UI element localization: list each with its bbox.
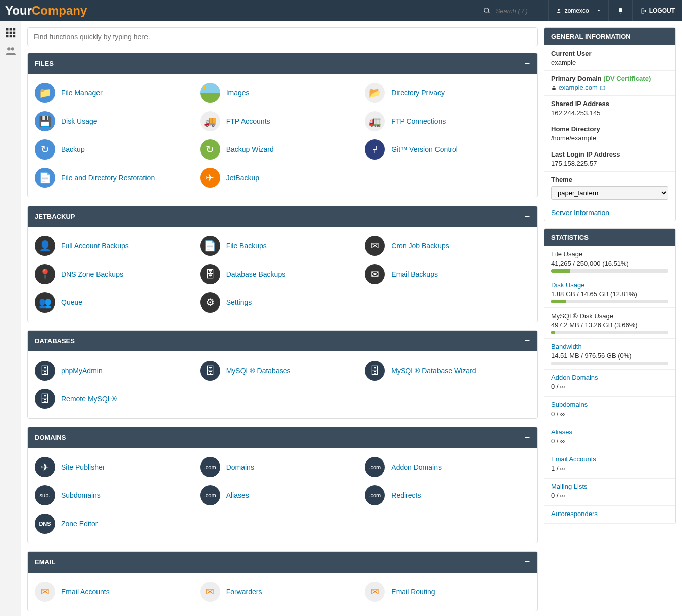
stat-value: 1 / ∞ — [551, 465, 668, 472]
stat-label[interactable]: Email Accounts — [551, 455, 668, 463]
item-file-backups[interactable]: 📄File Backups — [200, 232, 365, 260]
item-zone-editor[interactable]: DNSZone Editor — [35, 509, 200, 538]
stat-block: Bandwidth14.51 MB / 976.56 GB (0%) — [544, 339, 675, 370]
item-full-account-backups[interactable]: 👤Full Account Backups — [35, 232, 200, 260]
user-icon — [556, 8, 562, 14]
quick-find-input[interactable] — [27, 27, 538, 46]
item-aliases[interactable]: .comAliases — [200, 481, 365, 509]
item-mysql-databases[interactable]: 🗄MySQL® Databases — [200, 356, 365, 385]
item-mysql-wizard[interactable]: 🗄MySQL® Database Wizard — [365, 356, 530, 385]
collapse-icon[interactable]: − — [524, 557, 530, 568]
progress-bar — [551, 331, 668, 334]
server-info-link[interactable]: Server Information — [551, 209, 609, 217]
bell-icon — [617, 7, 624, 15]
item-site-publisher[interactable]: ✈Site Publisher — [35, 453, 200, 481]
progress-bar — [551, 300, 668, 303]
stat-label[interactable]: Disk Usage — [551, 281, 668, 289]
primary-domain-value[interactable]: example.com — [551, 84, 668, 91]
home-dir-label: Home Directory — [551, 125, 668, 133]
stat-label[interactable]: Aliases — [551, 428, 668, 436]
svg-point-12 — [7, 47, 10, 50]
right-sidebar: GENERAL INFORMATION Current User example… — [544, 27, 676, 611]
item-dns-zone-backups[interactable]: 📍DNS Zone Backups — [35, 260, 200, 288]
item-domains[interactable]: .comDomains — [200, 453, 365, 481]
item-addon-domains[interactable]: .comAddon Domains — [365, 453, 530, 481]
item-subdomains[interactable]: sub.Subdomains — [35, 481, 200, 509]
panel-head-jetbackup[interactable]: JETBACKUP − — [28, 206, 537, 227]
item-email-backups[interactable]: ✉Email Backups — [365, 260, 530, 288]
stat-label[interactable]: Autoresponders — [551, 510, 668, 518]
item-phpmyadmin[interactable]: 🗄phpMyAdmin — [35, 356, 200, 385]
stat-value: 0 / ∞ — [551, 437, 668, 445]
item-images[interactable]: Images — [200, 79, 365, 107]
stat-label[interactable]: Addon Domains — [551, 374, 668, 381]
item-cron-job-backups[interactable]: ✉Cron Job Backups — [365, 232, 530, 260]
item-disk-usage[interactable]: 💾Disk Usage — [35, 107, 200, 135]
svg-point-13 — [11, 47, 14, 50]
notifications-button[interactable] — [608, 0, 632, 21]
panel-jetbackup: JETBACKUP − 👤Full Account Backups 📄File … — [27, 206, 538, 322]
panel-head-databases[interactable]: DATABASES − — [28, 331, 537, 351]
search-icon — [483, 7, 491, 14]
logout-button[interactable]: LOGOUT — [632, 0, 682, 21]
current-user-label: Current User — [551, 49, 668, 57]
theme-select[interactable]: paper_lantern — [551, 186, 668, 200]
panel-head-email[interactable]: EMAIL − — [28, 552, 537, 573]
item-queue[interactable]: 👥Queue — [35, 288, 200, 317]
progress-bar — [551, 269, 668, 273]
item-file-restoration[interactable]: 📄File and Directory Restoration — [35, 164, 200, 192]
stat-block: Email Accounts1 / ∞ — [544, 451, 675, 479]
item-ftp-accounts[interactable]: 🚚FTP Accounts — [200, 107, 365, 135]
statistics-panel: STATISTICS File Usage41,265 / 250,000 (1… — [544, 228, 676, 524]
panel-files: FILES − 📁File Manager Images 📂Directory … — [27, 53, 538, 197]
item-backup-wizard[interactable]: ↻Backup Wizard — [200, 135, 365, 164]
item-ftp-connections[interactable]: 🚛FTP Connections — [365, 107, 530, 135]
stat-block: File Usage41,265 / 250,000 (16.51%) — [544, 246, 675, 277]
item-jetbackup[interactable]: ✈JetBackup — [200, 164, 365, 192]
collapse-icon[interactable]: − — [524, 58, 530, 69]
stat-block: Autoresponders — [544, 506, 675, 524]
item-redirects[interactable]: .comRedirects — [365, 481, 530, 509]
stat-value: 497.2 MB / 13.26 GB (3.66%) — [551, 321, 668, 329]
stat-label[interactable]: Mailing Lists — [551, 483, 668, 490]
svg-rect-4 — [10, 28, 12, 31]
svg-rect-14 — [552, 88, 555, 90]
collapse-icon[interactable]: − — [524, 336, 530, 346]
item-forwarders[interactable]: ✉Forwarders — [200, 578, 365, 606]
stat-value: 0 / ∞ — [551, 492, 668, 499]
header-search[interactable] — [476, 7, 548, 15]
item-file-manager[interactable]: 📁File Manager — [35, 79, 200, 107]
last-login-value: 175.158.225.57 — [551, 160, 668, 167]
stat-block: Mailing Lists0 / ∞ — [544, 479, 675, 506]
item-email-accounts[interactable]: ✉Email Accounts — [35, 578, 200, 606]
logout-icon — [640, 8, 647, 14]
svg-point-0 — [484, 8, 488, 12]
header-search-input[interactable] — [496, 7, 541, 15]
stat-label[interactable]: Subdomains — [551, 401, 668, 408]
panel-head-files[interactable]: FILES − — [28, 53, 537, 74]
item-database-backups[interactable]: 🗄Database Backups — [200, 260, 365, 288]
item-backup[interactable]: ↻Backup — [35, 135, 200, 164]
stat-label[interactable]: Bandwidth — [551, 343, 668, 350]
item-git[interactable]: ⑂Git™ Version Control — [365, 135, 530, 164]
stat-value: 0 / ∞ — [551, 410, 668, 418]
item-settings[interactable]: ⚙Settings — [200, 288, 365, 317]
logo[interactable]: YourCompany — [5, 4, 87, 18]
users-icon[interactable] — [5, 45, 17, 57]
theme-label: Theme — [551, 176, 668, 183]
progress-bar — [551, 362, 668, 365]
apps-grid-icon[interactable] — [5, 27, 16, 38]
stat-label: File Usage — [551, 250, 668, 258]
statistics-head: STATISTICS — [544, 229, 675, 246]
collapse-icon[interactable]: − — [524, 211, 530, 222]
panel-head-domains[interactable]: DOMAINS − — [28, 427, 537, 448]
item-directory-privacy[interactable]: 📂Directory Privacy — [365, 79, 530, 107]
user-dropdown[interactable]: zomexco — [548, 0, 608, 21]
item-email-routing[interactable]: ✉Email Routing — [365, 578, 530, 606]
external-link-icon — [600, 85, 605, 91]
collapse-icon[interactable]: − — [524, 432, 530, 443]
svg-rect-10 — [10, 35, 12, 38]
header-bar: YourCompany zomexco LOGOUT — [0, 0, 682, 21]
item-remote-mysql[interactable]: 🗄Remote MySQL® — [35, 385, 200, 413]
svg-rect-11 — [13, 35, 16, 38]
